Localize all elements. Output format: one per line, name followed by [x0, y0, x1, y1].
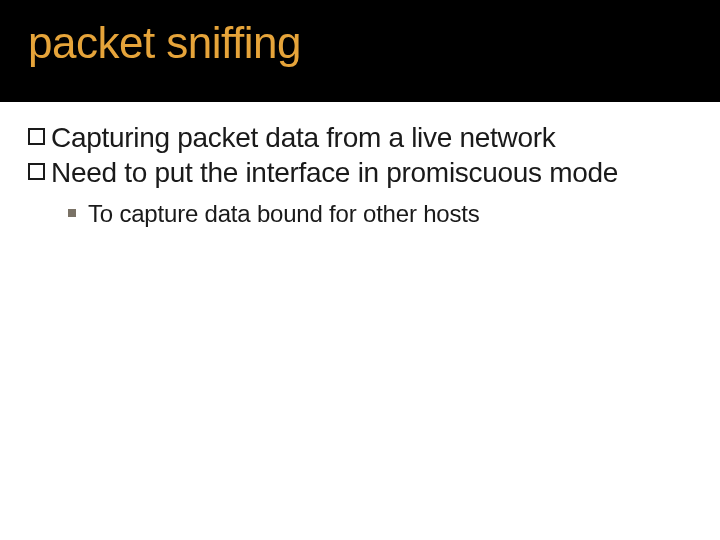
slide-body: Capturing packet data from a live networ…	[0, 102, 720, 229]
mini-square-bullet-icon	[68, 209, 76, 217]
slide-title-bar: packet sniffing	[0, 0, 720, 102]
square-bullet-icon	[28, 128, 45, 145]
sub-bullet-text: To capture data bound for other hosts	[88, 198, 692, 229]
sub-bullet-item: To capture data bound for other hosts	[28, 198, 692, 229]
square-bullet-icon	[28, 163, 45, 180]
bullet-text: Capturing packet data from a live networ…	[51, 120, 692, 155]
bullet-text: Need to put the interface in promiscuous…	[51, 155, 692, 190]
slide-title: packet sniffing	[28, 18, 720, 68]
bullet-item: Capturing packet data from a live networ…	[28, 120, 692, 155]
bullet-item: Need to put the interface in promiscuous…	[28, 155, 692, 190]
